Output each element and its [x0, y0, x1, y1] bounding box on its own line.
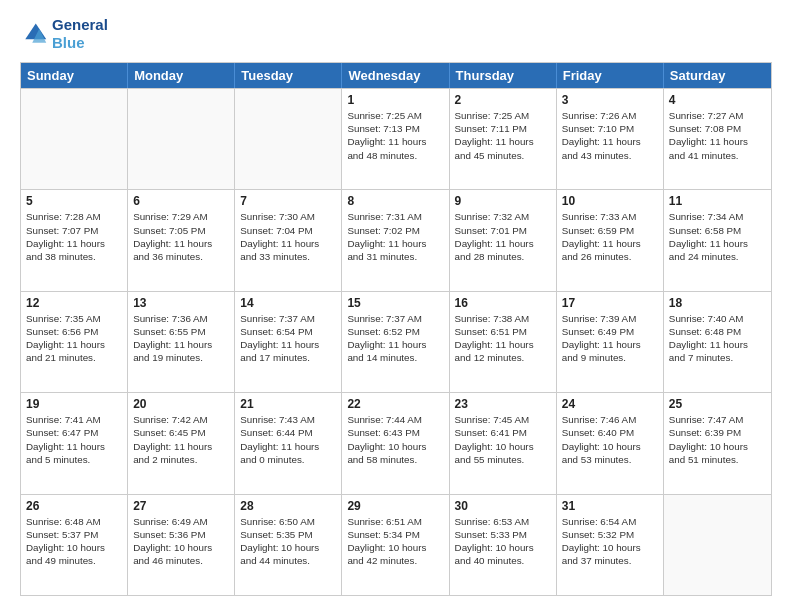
day-cell-23: 23Sunrise: 7:45 AM Sunset: 6:41 PM Dayli… — [450, 393, 557, 493]
day-info: Sunrise: 7:28 AM Sunset: 7:07 PM Dayligh… — [26, 210, 122, 263]
day-cell-29: 29Sunrise: 6:51 AM Sunset: 5:34 PM Dayli… — [342, 495, 449, 595]
day-cell-28: 28Sunrise: 6:50 AM Sunset: 5:35 PM Dayli… — [235, 495, 342, 595]
day-number: 4 — [669, 93, 766, 107]
day-cell-12: 12Sunrise: 7:35 AM Sunset: 6:56 PM Dayli… — [21, 292, 128, 392]
day-number: 18 — [669, 296, 766, 310]
day-info: Sunrise: 7:41 AM Sunset: 6:47 PM Dayligh… — [26, 413, 122, 466]
day-number: 9 — [455, 194, 551, 208]
day-info: Sunrise: 7:33 AM Sunset: 6:59 PM Dayligh… — [562, 210, 658, 263]
day-info: Sunrise: 7:46 AM Sunset: 6:40 PM Dayligh… — [562, 413, 658, 466]
day-info: Sunrise: 6:48 AM Sunset: 5:37 PM Dayligh… — [26, 515, 122, 568]
day-info: Sunrise: 7:42 AM Sunset: 6:45 PM Dayligh… — [133, 413, 229, 466]
day-number: 30 — [455, 499, 551, 513]
day-number: 12 — [26, 296, 122, 310]
header-thursday: Thursday — [450, 63, 557, 88]
day-cell-4: 4Sunrise: 7:27 AM Sunset: 7:08 PM Daylig… — [664, 89, 771, 189]
day-info: Sunrise: 7:47 AM Sunset: 6:39 PM Dayligh… — [669, 413, 766, 466]
day-cell-15: 15Sunrise: 7:37 AM Sunset: 6:52 PM Dayli… — [342, 292, 449, 392]
day-cell-11: 11Sunrise: 7:34 AM Sunset: 6:58 PM Dayli… — [664, 190, 771, 290]
day-info: Sunrise: 7:37 AM Sunset: 6:52 PM Dayligh… — [347, 312, 443, 365]
week-row-0: 1Sunrise: 7:25 AM Sunset: 7:13 PM Daylig… — [21, 88, 771, 189]
day-number: 22 — [347, 397, 443, 411]
day-info: Sunrise: 7:44 AM Sunset: 6:43 PM Dayligh… — [347, 413, 443, 466]
day-info: Sunrise: 6:49 AM Sunset: 5:36 PM Dayligh… — [133, 515, 229, 568]
day-number: 6 — [133, 194, 229, 208]
day-number: 11 — [669, 194, 766, 208]
day-cell-31: 31Sunrise: 6:54 AM Sunset: 5:32 PM Dayli… — [557, 495, 664, 595]
day-info: Sunrise: 6:50 AM Sunset: 5:35 PM Dayligh… — [240, 515, 336, 568]
logo-icon — [20, 20, 48, 48]
day-number: 23 — [455, 397, 551, 411]
day-cell-2: 2Sunrise: 7:25 AM Sunset: 7:11 PM Daylig… — [450, 89, 557, 189]
day-number: 28 — [240, 499, 336, 513]
day-cell-7: 7Sunrise: 7:30 AM Sunset: 7:04 PM Daylig… — [235, 190, 342, 290]
day-number: 19 — [26, 397, 122, 411]
empty-cell — [235, 89, 342, 189]
day-info: Sunrise: 7:25 AM Sunset: 7:13 PM Dayligh… — [347, 109, 443, 162]
page: General Blue Sunday Monday Tuesday Wedne… — [0, 0, 792, 612]
day-info: Sunrise: 6:54 AM Sunset: 5:32 PM Dayligh… — [562, 515, 658, 568]
header-sunday: Sunday — [21, 63, 128, 88]
day-number: 16 — [455, 296, 551, 310]
calendar-body: 1Sunrise: 7:25 AM Sunset: 7:13 PM Daylig… — [21, 88, 771, 595]
day-number: 2 — [455, 93, 551, 107]
day-number: 29 — [347, 499, 443, 513]
day-cell-8: 8Sunrise: 7:31 AM Sunset: 7:02 PM Daylig… — [342, 190, 449, 290]
day-number: 14 — [240, 296, 336, 310]
day-cell-9: 9Sunrise: 7:32 AM Sunset: 7:01 PM Daylig… — [450, 190, 557, 290]
day-cell-1: 1Sunrise: 7:25 AM Sunset: 7:13 PM Daylig… — [342, 89, 449, 189]
day-cell-27: 27Sunrise: 6:49 AM Sunset: 5:36 PM Dayli… — [128, 495, 235, 595]
day-cell-20: 20Sunrise: 7:42 AM Sunset: 6:45 PM Dayli… — [128, 393, 235, 493]
day-info: Sunrise: 7:29 AM Sunset: 7:05 PM Dayligh… — [133, 210, 229, 263]
week-row-4: 26Sunrise: 6:48 AM Sunset: 5:37 PM Dayli… — [21, 494, 771, 595]
header-monday: Monday — [128, 63, 235, 88]
day-cell-5: 5Sunrise: 7:28 AM Sunset: 7:07 PM Daylig… — [21, 190, 128, 290]
day-info: Sunrise: 7:30 AM Sunset: 7:04 PM Dayligh… — [240, 210, 336, 263]
day-number: 8 — [347, 194, 443, 208]
day-number: 10 — [562, 194, 658, 208]
day-number: 5 — [26, 194, 122, 208]
empty-cell — [664, 495, 771, 595]
empty-cell — [128, 89, 235, 189]
day-number: 17 — [562, 296, 658, 310]
day-info: Sunrise: 7:25 AM Sunset: 7:11 PM Dayligh… — [455, 109, 551, 162]
day-info: Sunrise: 6:53 AM Sunset: 5:33 PM Dayligh… — [455, 515, 551, 568]
day-info: Sunrise: 7:27 AM Sunset: 7:08 PM Dayligh… — [669, 109, 766, 162]
day-info: Sunrise: 7:31 AM Sunset: 7:02 PM Dayligh… — [347, 210, 443, 263]
day-number: 24 — [562, 397, 658, 411]
day-cell-10: 10Sunrise: 7:33 AM Sunset: 6:59 PM Dayli… — [557, 190, 664, 290]
day-number: 27 — [133, 499, 229, 513]
day-number: 7 — [240, 194, 336, 208]
day-cell-14: 14Sunrise: 7:37 AM Sunset: 6:54 PM Dayli… — [235, 292, 342, 392]
logo-text: General Blue — [52, 16, 108, 52]
day-cell-17: 17Sunrise: 7:39 AM Sunset: 6:49 PM Dayli… — [557, 292, 664, 392]
day-cell-25: 25Sunrise: 7:47 AM Sunset: 6:39 PM Dayli… — [664, 393, 771, 493]
day-info: Sunrise: 7:38 AM Sunset: 6:51 PM Dayligh… — [455, 312, 551, 365]
logo: General Blue — [20, 16, 108, 52]
day-cell-30: 30Sunrise: 6:53 AM Sunset: 5:33 PM Dayli… — [450, 495, 557, 595]
day-number: 3 — [562, 93, 658, 107]
header-tuesday: Tuesday — [235, 63, 342, 88]
day-number: 20 — [133, 397, 229, 411]
day-cell-19: 19Sunrise: 7:41 AM Sunset: 6:47 PM Dayli… — [21, 393, 128, 493]
week-row-3: 19Sunrise: 7:41 AM Sunset: 6:47 PM Dayli… — [21, 392, 771, 493]
day-cell-22: 22Sunrise: 7:44 AM Sunset: 6:43 PM Dayli… — [342, 393, 449, 493]
day-cell-18: 18Sunrise: 7:40 AM Sunset: 6:48 PM Dayli… — [664, 292, 771, 392]
day-number: 26 — [26, 499, 122, 513]
day-cell-3: 3Sunrise: 7:26 AM Sunset: 7:10 PM Daylig… — [557, 89, 664, 189]
day-cell-13: 13Sunrise: 7:36 AM Sunset: 6:55 PM Dayli… — [128, 292, 235, 392]
calendar: Sunday Monday Tuesday Wednesday Thursday… — [20, 62, 772, 596]
day-cell-21: 21Sunrise: 7:43 AM Sunset: 6:44 PM Dayli… — [235, 393, 342, 493]
day-number: 1 — [347, 93, 443, 107]
day-number: 15 — [347, 296, 443, 310]
header-friday: Friday — [557, 63, 664, 88]
day-number: 21 — [240, 397, 336, 411]
day-info: Sunrise: 7:32 AM Sunset: 7:01 PM Dayligh… — [455, 210, 551, 263]
day-info: Sunrise: 7:37 AM Sunset: 6:54 PM Dayligh… — [240, 312, 336, 365]
day-number: 31 — [562, 499, 658, 513]
day-info: Sunrise: 7:45 AM Sunset: 6:41 PM Dayligh… — [455, 413, 551, 466]
day-info: Sunrise: 7:34 AM Sunset: 6:58 PM Dayligh… — [669, 210, 766, 263]
day-cell-16: 16Sunrise: 7:38 AM Sunset: 6:51 PM Dayli… — [450, 292, 557, 392]
day-info: Sunrise: 7:39 AM Sunset: 6:49 PM Dayligh… — [562, 312, 658, 365]
day-info: Sunrise: 7:26 AM Sunset: 7:10 PM Dayligh… — [562, 109, 658, 162]
